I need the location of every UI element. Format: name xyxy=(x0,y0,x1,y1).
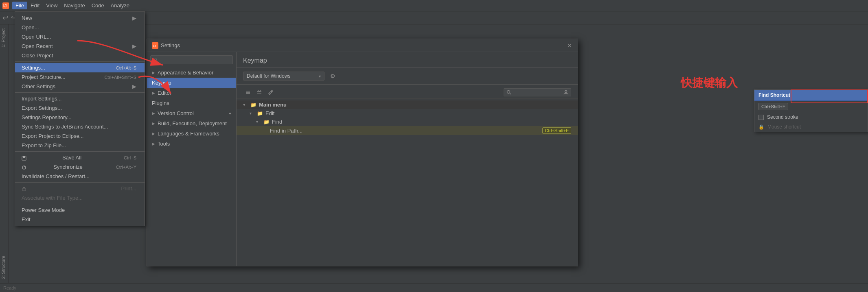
separator-5 xyxy=(15,204,145,204)
shortcut-badge-find-in-path: Ctrl+Shift+F xyxy=(542,127,571,134)
tree-arrow-find: ▾ xyxy=(256,120,261,124)
ide-logo: IJ xyxy=(2,2,10,10)
svg-point-19 xyxy=(565,91,567,93)
menu-item-export-zip[interactable]: Export to Zip File... xyxy=(15,141,145,150)
menu-item-open[interactable]: Open... xyxy=(15,23,145,32)
menu-item-settings-repo[interactable]: Settings Repository... xyxy=(15,113,145,122)
tree-item-main-menu[interactable]: ▾ 📁 Main menu xyxy=(237,100,578,109)
menu-item-open-recent[interactable]: Open Recent ▶ xyxy=(15,41,145,51)
settings-left-panel: ▶ Appearance & Behavior Keymap ▶ Editor … xyxy=(147,52,237,266)
second-stroke-checkbox[interactable] xyxy=(758,115,764,120)
find-shortcut-first-stroke: Ctrl+Shift+F xyxy=(754,101,868,112)
menu-item-synchronize[interactable]: Synchronize Ctrl+Alt+Y xyxy=(15,162,145,172)
menu-item-sync-settings[interactable]: Sync Settings to JetBrains Account... xyxy=(15,122,145,131)
sidebar-tab-structure[interactable]: 2: Structure xyxy=(0,253,9,281)
nav-arrow-appearance: ▶ xyxy=(152,70,155,75)
menu-edit[interactable]: Edit xyxy=(27,2,43,9)
menu-item-open-url[interactable]: Open URL... xyxy=(15,32,145,41)
keymap-search-box xyxy=(504,88,571,96)
nav-editor[interactable]: ▶ Editor xyxy=(147,88,236,98)
nav-plugins[interactable]: Plugins xyxy=(147,98,236,108)
find-shortcut-panel: Find Shortcut Ctrl+Shift+F Second stroke… xyxy=(754,89,868,132)
find-shortcut-mouse: 🔒 Mouse shortcut xyxy=(754,122,868,132)
expand-all-button[interactable] xyxy=(243,88,253,97)
menu-item-settings[interactable]: Settings... Ctrl+Alt+S xyxy=(15,63,145,72)
search-person-icon xyxy=(563,90,568,95)
menu-item-associate-file-type: Associate with File Type... xyxy=(15,193,145,203)
menu-item-export-settings[interactable]: Export Settings... xyxy=(15,103,145,113)
edit-shortcut-button[interactable] xyxy=(266,88,276,97)
left-sidebar: 1: Project 2: Structure xyxy=(0,24,9,283)
nav-appearance-behavior[interactable]: ▶ Appearance & Behavior xyxy=(147,68,236,78)
folder-icon-find: 📁 xyxy=(263,119,270,125)
separator-3 xyxy=(15,151,145,152)
menu-file[interactable]: File xyxy=(12,2,27,9)
sidebar-tab-project[interactable]: 1: Project xyxy=(0,26,9,50)
keymap-search-input[interactable] xyxy=(513,89,562,95)
svg-point-17 xyxy=(507,91,510,94)
nav-tools[interactable]: ▶ Tools xyxy=(147,139,236,149)
svg-line-18 xyxy=(510,93,511,94)
svg-rect-7 xyxy=(23,187,25,188)
dialog-titlebar: IJ Settings ✕ xyxy=(147,39,578,52)
toolbar-back-icon[interactable]: ↩ xyxy=(2,13,9,22)
find-shortcut-title: Find Shortcut xyxy=(754,90,868,101)
tree-arrow-edit: ▾ xyxy=(250,111,254,115)
menu-code[interactable]: Code xyxy=(88,2,107,9)
status-bar: Ready xyxy=(0,283,868,292)
lock-icon: 🔒 xyxy=(758,124,764,130)
keymap-gear-button[interactable]: ⚙ xyxy=(328,71,338,81)
arrow-icon-other: ▶ xyxy=(132,83,136,89)
menu-item-other-settings[interactable]: Other Settings ▶ xyxy=(15,82,145,91)
tree-item-edit[interactable]: ▾ 📁 Edit xyxy=(237,109,578,118)
svg-rect-21 xyxy=(759,115,763,119)
tree-item-find[interactable]: ▾ 📁 Find xyxy=(237,118,578,126)
keymap-title: Keymap xyxy=(237,52,578,68)
nav-arrow-vc: ▶ xyxy=(152,111,155,115)
separator-4 xyxy=(15,182,145,183)
dialog-close-button[interactable]: ✕ xyxy=(566,42,573,49)
folder-icon-main: 📁 xyxy=(250,102,256,108)
search-icon xyxy=(506,90,511,95)
settings-right-panel: Keymap Default for Windows ▾ ⚙ xyxy=(237,52,578,266)
svg-rect-6 xyxy=(22,188,26,191)
svg-text:IJ: IJ xyxy=(3,4,7,8)
menu-item-new[interactable]: New ▶ xyxy=(15,13,145,23)
dialog-body: ▶ Appearance & Behavior Keymap ▶ Editor … xyxy=(147,52,578,266)
settings-search-area xyxy=(147,52,236,68)
arrow-icon-recent: ▶ xyxy=(132,43,136,49)
keymap-toolbar: Default for Windows ▾ ⚙ xyxy=(237,68,578,85)
tree-item-find-in-path[interactable]: Find in Path... Ctrl+Shift+F xyxy=(237,126,578,135)
nav-build[interactable]: ▶ Build, Execution, Deployment xyxy=(147,118,236,129)
settings-search-input[interactable] xyxy=(150,55,233,64)
menu-item-exit[interactable]: Exit xyxy=(15,215,145,224)
nav-languages[interactable]: ▶ Languages & Frameworks xyxy=(147,129,236,139)
status-text: Ready xyxy=(3,285,16,290)
separator-2 xyxy=(15,92,145,93)
menu-bar: IJ File Edit View Navigate Code Analyze xyxy=(0,0,868,11)
nav-version-control[interactable]: ▶ Version Control ● xyxy=(147,108,236,118)
keymap-profile-dropdown[interactable]: Default for Windows ▾ xyxy=(243,72,324,81)
nav-arrow-tools: ▶ xyxy=(152,142,155,146)
menu-item-power-save[interactable]: Power Save Mode xyxy=(15,205,145,215)
collapse-all-button[interactable] xyxy=(254,88,264,97)
menu-item-project-structure[interactable]: Project Structure... Ctrl+Alt+Shift+S xyxy=(15,72,145,82)
nav-keymap[interactable]: Keymap xyxy=(147,78,236,88)
menu-analyze[interactable]: Analyze xyxy=(107,2,133,9)
menu-item-export-eclipse[interactable]: Export Project to Eclipse... xyxy=(15,131,145,141)
find-shortcut-second-stroke[interactable]: Second stroke xyxy=(754,112,868,122)
menu-item-invalidate-caches[interactable]: Invalidate Caches / Restart... xyxy=(15,172,145,181)
menu-view[interactable]: View xyxy=(43,2,61,9)
menu-item-import-settings[interactable]: Import Settings... xyxy=(15,94,145,103)
tree-arrow-main: ▾ xyxy=(243,102,248,107)
svg-rect-4 xyxy=(23,156,25,158)
dialog-title-text: Settings xyxy=(161,42,180,48)
vc-indicator: ● xyxy=(229,111,231,115)
first-stroke-keys: Ctrl+Shift+F xyxy=(758,103,788,110)
menu-item-close-project[interactable]: Close Project xyxy=(15,51,145,60)
settings-nav: ▶ Appearance & Behavior Keymap ▶ Editor … xyxy=(147,68,236,266)
folder-icon-edit: 📁 xyxy=(257,111,263,116)
menu-navigate[interactable]: Navigate xyxy=(61,2,88,9)
dropdown-arrow-icon: ▾ xyxy=(319,74,321,78)
menu-item-save-all[interactable]: Save All Ctrl+S xyxy=(15,153,145,162)
